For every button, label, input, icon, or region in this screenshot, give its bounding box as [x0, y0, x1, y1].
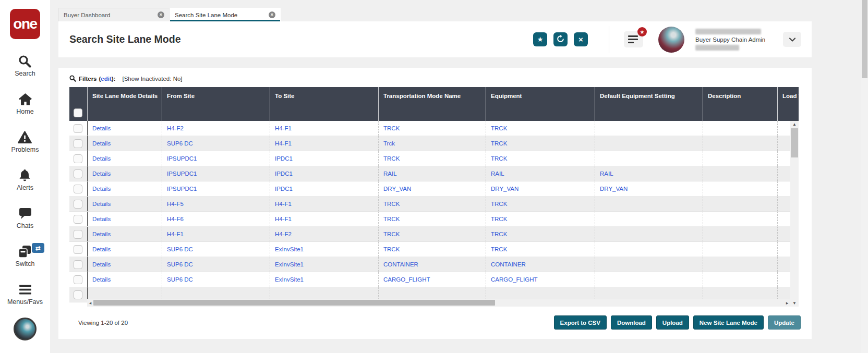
sidebar-item-menus-favs[interactable]: Menus/Favs	[7, 283, 43, 306]
equipment-link[interactable]: TRCK	[491, 231, 507, 237]
equipment-link[interactable]: TRCK	[491, 246, 507, 252]
table-horizontal-scrollbar[interactable]: ◂▸	[87, 299, 790, 307]
user-avatar[interactable]	[658, 27, 684, 53]
favorite-star-button[interactable]: ★	[533, 32, 547, 46]
close-tab-icon[interactable]: ×	[269, 11, 275, 18]
filters-edit-link[interactable]: edit	[101, 76, 111, 82]
sidebar-avatar[interactable]	[14, 318, 37, 340]
from-link[interactable]: SUP6 DC	[167, 246, 193, 252]
details-link[interactable]: Details	[92, 186, 111, 192]
default-equipment-link[interactable]: RAIL	[600, 171, 613, 177]
equipment-link[interactable]: TRCK	[491, 125, 507, 131]
details-link[interactable]: Details	[92, 201, 111, 207]
from-link[interactable]: SUP6 DC	[167, 140, 193, 147]
export-to-csv-button[interactable]: Export to CSV	[554, 315, 607, 330]
equipment-link[interactable]: TRCK	[491, 140, 507, 147]
to-link[interactable]: H4-F1	[275, 125, 292, 131]
mode-link[interactable]: TRCK	[383, 231, 400, 237]
row-checkbox[interactable]	[74, 139, 82, 148]
column-header-default-equipment-setting[interactable]: Default Equipment Setting	[595, 87, 703, 121]
from-link[interactable]: IPSUPDC1	[167, 171, 197, 177]
row-checkbox[interactable]	[74, 245, 82, 254]
to-link[interactable]: IPDC1	[275, 171, 293, 177]
row-checkbox[interactable]	[74, 124, 82, 133]
to-link[interactable]: H4-F1	[275, 216, 292, 222]
details-link[interactable]: Details	[92, 276, 111, 283]
column-header-description[interactable]: Description	[703, 87, 777, 121]
mode-link[interactable]: CONTAINER	[383, 261, 418, 267]
select-all-checkbox[interactable]	[74, 108, 82, 117]
download-button[interactable]: Download	[611, 315, 652, 330]
sidebar-item-alerts[interactable]: Alerts	[17, 168, 33, 191]
row-checkbox[interactable]	[74, 215, 82, 224]
column-header-to-site[interactable]: To Site	[270, 87, 378, 121]
tab-buyer-dashboard[interactable]: Buyer Dashboard ×	[58, 8, 170, 21]
upload-button[interactable]: Upload	[656, 315, 689, 330]
equipment-link[interactable]: CONTAINER	[491, 261, 526, 267]
details-link[interactable]: Details	[92, 246, 111, 252]
mode-link[interactable]: TRCK	[383, 201, 400, 207]
row-checkbox[interactable]	[74, 185, 82, 193]
row-checkbox[interactable]	[74, 154, 82, 163]
tab-search-site-lane-mode[interactable]: Search Site Lane Mode ×	[170, 8, 281, 21]
scroll-left-arrow-icon[interactable]: ◂	[87, 300, 93, 306]
column-header-equipment[interactable]: Equipment	[486, 87, 595, 121]
equipment-link[interactable]: RAIL	[491, 171, 504, 177]
column-header-from-site[interactable]: From Site	[162, 87, 270, 121]
equipment-link[interactable]: TRCK	[491, 201, 507, 207]
equipment-link[interactable]: CARGO_FLIGHT	[491, 276, 537, 283]
notifications-menu-button[interactable]: ★	[624, 31, 643, 47]
mode-link[interactable]: TRCK	[383, 155, 400, 162]
default-equipment-link[interactable]: DRY_VAN	[600, 186, 628, 192]
scroll-down-arrow-icon[interactable]: ▼	[790, 301, 799, 306]
row-checkbox[interactable]	[74, 275, 82, 284]
mode-link[interactable]: TRCK	[383, 125, 400, 131]
from-link[interactable]: SUP6 DC	[167, 261, 193, 267]
mode-link[interactable]: DRY_VAN	[383, 186, 411, 192]
to-link[interactable]: H4-F1	[275, 140, 292, 147]
details-link[interactable]: Details	[92, 261, 111, 267]
details-link[interactable]: Details	[92, 216, 111, 222]
sidebar-item-switch[interactable]: Switch ⇄	[16, 245, 35, 267]
column-header-load-ty[interactable]: Load Ty	[777, 87, 799, 121]
from-link[interactable]: IPSUPDC1	[167, 155, 197, 162]
browser-scrollbar[interactable]	[861, 0, 868, 353]
details-link[interactable]: Details	[92, 155, 111, 162]
mode-link[interactable]: TRCK	[383, 246, 400, 252]
from-link[interactable]: H4-F2	[167, 125, 184, 131]
details-link[interactable]: Details	[92, 171, 111, 177]
sidebar-item-problems[interactable]: Problems	[11, 130, 39, 153]
equipment-link[interactable]: DRY_VAN	[491, 186, 519, 192]
scroll-up-arrow-icon[interactable]: ▲	[790, 122, 799, 127]
sidebar-item-home[interactable]: Home	[16, 92, 33, 115]
from-link[interactable]: SUP6 DC	[167, 276, 193, 283]
scroll-right-arrow-icon[interactable]: ▸	[784, 300, 790, 306]
to-link[interactable]: H4-F1	[275, 201, 292, 207]
row-checkbox[interactable]	[74, 200, 82, 209]
from-link[interactable]: IPSUPDC1	[167, 186, 197, 192]
user-menu-dropdown[interactable]	[783, 32, 801, 47]
details-link[interactable]: Details	[92, 140, 111, 147]
one-logo[interactable]: one	[10, 9, 40, 39]
sidebar-item-search[interactable]: Search	[15, 54, 35, 77]
to-link[interactable]: ExInvSite1	[275, 261, 304, 267]
mode-link[interactable]: CARGO_FLIGHT	[383, 276, 430, 283]
new-site-lane-mode-button[interactable]: New Site Lane Mode	[693, 315, 764, 330]
swap-arrows-icon[interactable]: ⇄	[32, 243, 44, 253]
to-link[interactable]: IPDC1	[275, 155, 293, 162]
from-link[interactable]: H4-F6	[167, 216, 184, 222]
details-link[interactable]: Details	[92, 231, 111, 237]
table-vertical-scrollbar[interactable]: ▲ ▼	[790, 121, 799, 307]
to-link[interactable]: ExInvSite1	[275, 276, 304, 283]
from-link[interactable]: H4-F1	[167, 231, 184, 237]
horizontal-scroll-thumb[interactable]	[93, 300, 495, 306]
to-link[interactable]: IPDC1	[275, 186, 293, 192]
row-checkbox[interactable]	[74, 290, 82, 299]
to-link[interactable]: H4-F2	[275, 231, 292, 237]
row-checkbox[interactable]	[74, 169, 82, 178]
refresh-button[interactable]	[553, 32, 568, 46]
equipment-link[interactable]: TRCK	[491, 155, 507, 162]
equipment-link[interactable]: TRCK	[491, 216, 507, 222]
mode-link[interactable]: TRCK	[383, 216, 400, 222]
row-checkbox[interactable]	[74, 260, 82, 269]
